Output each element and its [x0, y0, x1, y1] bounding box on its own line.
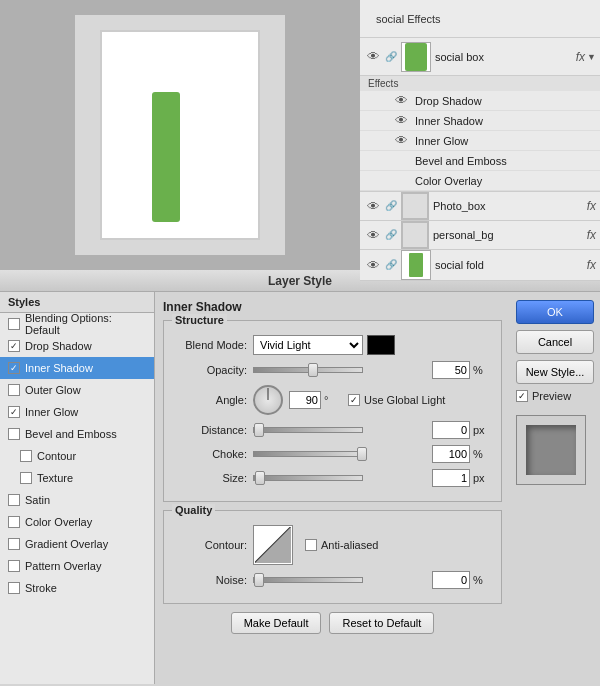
- style-satin[interactable]: Satin: [0, 489, 154, 511]
- distance-slider-thumb[interactable]: [254, 423, 264, 437]
- checkbox-color-overlay[interactable]: [8, 516, 20, 528]
- effect-color-overlay[interactable]: Color Overlay: [360, 171, 600, 191]
- opacity-input[interactable]: [432, 361, 470, 379]
- checkbox-blending-options[interactable]: [8, 318, 20, 330]
- expand-icon-social-box[interactable]: ▼: [587, 52, 596, 62]
- eye-icon-photo-box[interactable]: 👁: [364, 197, 382, 215]
- distance-input[interactable]: [432, 421, 470, 439]
- noise-unit: %: [473, 574, 493, 586]
- opacity-slider-thumb[interactable]: [308, 363, 318, 377]
- style-gradient-overlay[interactable]: Gradient Overlay: [0, 533, 154, 555]
- checkbox-bevel-emboss[interactable]: [8, 428, 20, 440]
- style-contour[interactable]: Contour: [0, 445, 154, 467]
- chain-icon-personal-bg: 🔗: [385, 229, 397, 241]
- noise-input[interactable]: [432, 571, 470, 589]
- blend-mode-select[interactable]: Vivid Light: [253, 335, 363, 355]
- noise-slider-container: [253, 577, 432, 583]
- style-inner-shadow[interactable]: Inner Shadow: [0, 357, 154, 379]
- eye-icon-social-fold[interactable]: 👁: [364, 256, 382, 274]
- eye-icon-color-overlay-placeholder: [395, 173, 411, 189]
- layer-social-box[interactable]: 👁 🔗 social box fx ▼: [360, 38, 600, 76]
- reset-to-default-button[interactable]: Reset to Default: [329, 612, 434, 634]
- style-outer-glow[interactable]: Outer Glow: [0, 379, 154, 401]
- size-slider-track[interactable]: [253, 475, 363, 481]
- ok-button[interactable]: OK: [516, 300, 594, 324]
- thumb-personal-bg: [401, 221, 429, 249]
- opacity-slider-track[interactable]: [253, 367, 363, 373]
- angle-dial[interactable]: [253, 385, 283, 415]
- noise-slider-thumb[interactable]: [254, 573, 264, 587]
- checkbox-stroke[interactable]: [8, 582, 20, 594]
- style-texture[interactable]: Texture: [0, 467, 154, 489]
- eye-icon-drop-shadow[interactable]: 👁: [395, 93, 411, 109]
- distance-slider-track[interactable]: [253, 427, 363, 433]
- checkbox-inner-shadow[interactable]: [8, 362, 20, 374]
- contour-preview[interactable]: [253, 525, 293, 565]
- size-slider-thumb[interactable]: [255, 471, 265, 485]
- checkbox-inner-glow[interactable]: [8, 406, 20, 418]
- chain-icon-social-box: 🔗: [385, 51, 397, 63]
- styles-panel: Styles Blending Options: Default Drop Sh…: [0, 292, 155, 686]
- style-inner-shadow-label: Inner Shadow: [25, 362, 93, 374]
- styles-header: Styles: [0, 292, 154, 313]
- checkbox-contour[interactable]: [20, 450, 32, 462]
- blend-color-swatch[interactable]: [367, 335, 395, 355]
- drop-shadow-label: Drop Shadow: [415, 95, 482, 107]
- new-style-button[interactable]: New Style...: [516, 360, 594, 384]
- checkbox-gradient-overlay[interactable]: [8, 538, 20, 550]
- make-default-button[interactable]: Make Default: [231, 612, 322, 634]
- style-inner-glow[interactable]: Inner Glow: [0, 401, 154, 423]
- layer-photo-box[interactable]: 👁 🔗 Photo_box fx: [360, 192, 600, 221]
- effect-drop-shadow[interactable]: 👁 Drop Shadow: [360, 91, 600, 111]
- style-drop-shadow[interactable]: Drop Shadow: [0, 335, 154, 357]
- style-pattern-overlay[interactable]: Pattern Overlay: [0, 555, 154, 577]
- checkbox-outer-glow[interactable]: [8, 384, 20, 396]
- layer-name-social-box: social box: [435, 51, 572, 63]
- choke-input[interactable]: [432, 445, 470, 463]
- preview-box: [516, 415, 586, 485]
- style-color-overlay[interactable]: Color Overlay: [0, 511, 154, 533]
- checkbox-drop-shadow[interactable]: [8, 340, 20, 352]
- effect-bevel-emboss[interactable]: Bevel and Emboss: [360, 151, 600, 171]
- noise-slider-track[interactable]: [253, 577, 363, 583]
- style-bevel-emboss[interactable]: Bevel and Emboss: [0, 423, 154, 445]
- preview-label-row: Preview: [516, 390, 594, 402]
- choke-slider-track[interactable]: [253, 451, 363, 457]
- eye-icon-inner-shadow[interactable]: 👁: [395, 113, 411, 129]
- choke-slider-thumb[interactable]: [357, 447, 367, 461]
- eye-icon-inner-glow[interactable]: 👁: [395, 133, 411, 149]
- style-blending-options[interactable]: Blending Options: Default: [0, 313, 154, 335]
- inner-shadow-section-title: Inner Shadow: [163, 300, 502, 314]
- layer-name-social-fold: social fold: [435, 259, 583, 271]
- choke-slider-container: [253, 451, 432, 457]
- structure-title: Structure: [172, 314, 227, 326]
- checkbox-texture[interactable]: [20, 472, 32, 484]
- angle-input[interactable]: [289, 391, 321, 409]
- use-global-light-checkbox[interactable]: [348, 394, 360, 406]
- size-unit: px: [473, 472, 493, 484]
- style-contour-label: Contour: [37, 450, 76, 462]
- anti-aliased-checkbox[interactable]: [305, 539, 317, 551]
- eye-icon-social-box[interactable]: 👁: [364, 48, 382, 66]
- checkbox-pattern-overlay[interactable]: [8, 560, 20, 572]
- cancel-button[interactable]: Cancel: [516, 330, 594, 354]
- anti-aliased-text: Anti-aliased: [321, 539, 378, 551]
- use-global-light-label[interactable]: Use Global Light: [348, 394, 445, 406]
- eye-icon-personal-bg[interactable]: 👁: [364, 226, 382, 244]
- layer-social-fold[interactable]: 👁 🔗 social fold fx: [360, 250, 600, 281]
- effect-inner-glow[interactable]: 👁 Inner Glow: [360, 131, 600, 151]
- style-stroke-label: Stroke: [25, 582, 57, 594]
- effect-inner-shadow[interactable]: 👁 Inner Shadow: [360, 111, 600, 131]
- choke-unit: %: [473, 448, 493, 460]
- green-bar: [152, 92, 180, 222]
- opacity-label: Opacity:: [172, 364, 247, 376]
- size-input[interactable]: [432, 469, 470, 487]
- canvas-area: [0, 0, 360, 270]
- layer-personal-bg[interactable]: 👁 🔗 personal_bg fx: [360, 221, 600, 250]
- preview-checkbox[interactable]: [516, 390, 528, 402]
- checkbox-satin[interactable]: [8, 494, 20, 506]
- anti-aliased-label[interactable]: Anti-aliased: [305, 539, 378, 551]
- style-stroke[interactable]: Stroke: [0, 577, 154, 599]
- contour-row: Contour: Anti-aliased: [172, 525, 493, 565]
- main-content: Inner Shadow Structure Blend Mode: Vivid…: [155, 292, 510, 686]
